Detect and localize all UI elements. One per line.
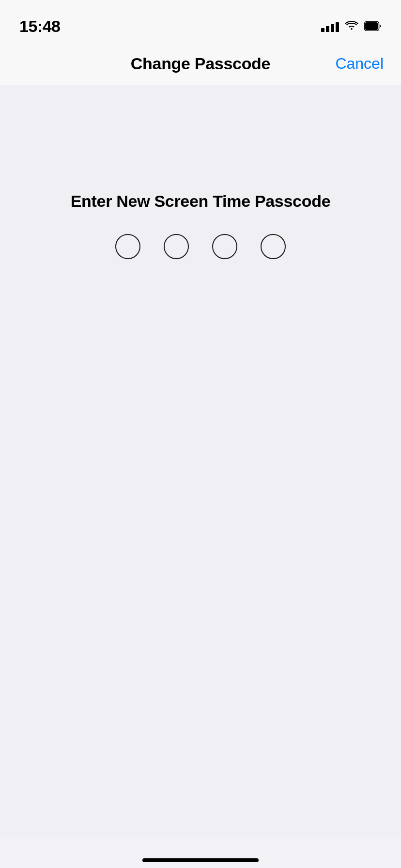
status-bar: 15:48 [0,0,401,43]
page-title: Change Passcode [131,54,270,73]
signal-icon [321,20,339,32]
status-time: 15:48 [19,17,60,36]
battery-icon [364,21,382,31]
svg-rect-1 [365,22,378,30]
passcode-dot-2 [164,234,189,259]
passcode-dot-4 [261,234,286,259]
passcode-prompt: Enter New Screen Time Passcode [71,192,331,211]
nav-bar: Change Passcode Cancel [0,43,401,85]
status-icons [321,20,382,32]
signal-bar-1 [321,28,324,32]
passcode-dot-3 [212,234,237,259]
home-indicator [142,858,259,862]
signal-bar-2 [326,26,329,32]
passcode-dots [115,234,286,259]
passcode-dot-1 [115,234,140,259]
wifi-icon [345,21,358,31]
cancel-button[interactable]: Cancel [335,55,384,73]
signal-bar-3 [331,24,334,32]
main-content: Enter New Screen Time Passcode [0,85,401,839]
signal-bar-4 [336,22,339,32]
